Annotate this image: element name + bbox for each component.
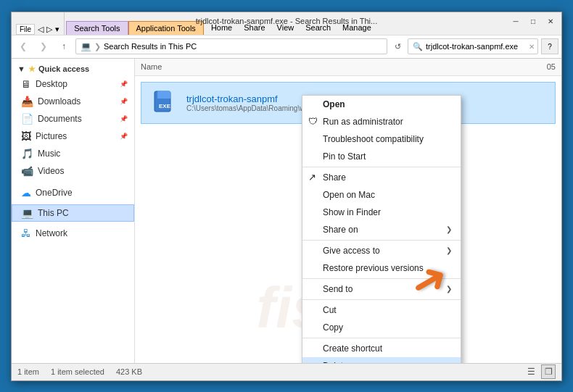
sidebar-item-videos[interactable]: 📹 Videos: [12, 162, 134, 180]
sidebar-item-onedrive[interactable]: ☁ OneDrive: [12, 184, 134, 201]
sidebar-item-downloads[interactable]: 📥 Downloads 📌: [12, 93, 134, 110]
quick-access-star-icon: ★: [28, 64, 36, 74]
documents-icon: 📄: [21, 113, 33, 125]
downloads-icon: 📥: [21, 96, 33, 107]
dropdown-icon[interactable]: ▾: [55, 25, 59, 34]
ctx-cut-label: Cut: [323, 305, 337, 315]
status-item-count: 1 item: [17, 367, 39, 376]
ctx-separator-2: [302, 240, 461, 241]
exe-file-icon: EXE: [150, 88, 179, 117]
sidebar-item-music-label: Music: [38, 149, 60, 159]
ctx-give-access-arrow: ❯: [446, 246, 452, 254]
search-icon: 🔍: [413, 42, 423, 51]
app-tools-tab[interactable]: Application Tools: [128, 21, 204, 35]
maximize-button[interactable]: □: [525, 15, 541, 28]
ctx-delete[interactable]: Delete: [302, 357, 461, 363]
ctx-separator-1: [302, 167, 461, 167]
sidebar-item-pictures[interactable]: 🖼 Pictures 📌: [12, 128, 134, 145]
back-button[interactable]: ❮: [15, 38, 32, 55]
ctx-copy-label: Copy: [323, 322, 343, 333]
sidebar-item-network[interactable]: 🖧 Network: [12, 225, 134, 242]
search-clear-icon[interactable]: ✕: [529, 43, 535, 51]
music-icon: 🎵: [21, 148, 33, 159]
sidebar-item-documents-label: Documents: [38, 114, 82, 124]
sidebar-item-network-label: Network: [36, 228, 67, 238]
sidebar-item-onedrive-label: OneDrive: [36, 188, 73, 198]
ctx-run-as-admin[interactable]: 🛡 Run as administrator: [302, 113, 461, 130]
sidebar-item-videos-label: Videos: [38, 166, 64, 176]
address-separator: ❯: [94, 42, 101, 51]
ctx-run-as-admin-label: Run as administrator: [323, 117, 403, 127]
sidebar-item-this-pc-label: This PC: [38, 208, 69, 218]
forward-button[interactable]: ❯: [35, 38, 52, 55]
up-button[interactable]: ↑: [55, 38, 73, 55]
ctx-share-on[interactable]: Share on ❯: [302, 221, 461, 238]
details-view-button[interactable]: ☰: [524, 364, 538, 379]
ctx-pin-start[interactable]: Pin to Start: [302, 148, 461, 165]
ctx-delete-label: Delete: [323, 361, 348, 363]
onedrive-icon: ☁: [21, 187, 31, 199]
svg-rect-1: [157, 91, 170, 99]
ctx-open[interactable]: Open: [302, 96, 461, 113]
file-header-name: Name: [141, 62, 162, 71]
sidebar-quick-access-header[interactable]: ▼ ★ Quick access: [12, 62, 134, 75]
ctx-create-shortcut[interactable]: Create shortcut: [302, 340, 461, 357]
search-box[interactable]: 🔍 ✕: [408, 38, 538, 54]
address-breadcrumb: Search Results in This PC: [104, 42, 197, 51]
videos-icon: 📹: [21, 165, 33, 177]
file-tab-btn[interactable]: File: [16, 24, 35, 35]
desktop-icon: 🖥: [21, 78, 31, 90]
title-bar: File ◁ ▷ ▾ Search Tools Application Tool…: [12, 12, 561, 36]
ctx-share-label: Share: [323, 172, 346, 183]
file-list-header: Name 05: [135, 59, 561, 76]
help-button[interactable]: ?: [541, 38, 558, 54]
ctx-share[interactable]: ↗ Share: [302, 169, 461, 186]
ctx-pin-start-label: Pin to Start: [323, 151, 366, 162]
ctx-show-finder[interactable]: Show in Finder: [302, 204, 461, 221]
svg-text:EXE: EXE: [159, 103, 171, 109]
sidebar-item-music[interactable]: 🎵 Music: [12, 145, 134, 162]
share-icon: ↗: [308, 172, 316, 183]
sidebar-item-pictures-label: Pictures: [36, 131, 67, 141]
search-input[interactable]: [426, 42, 526, 51]
ctx-share-on-label: Share on: [323, 225, 358, 235]
forward-icon: ▷: [46, 25, 52, 34]
ctx-open-label: Open: [323, 99, 345, 109]
pictures-icon: 🖼: [21, 130, 31, 142]
file-header-col: 05: [547, 62, 556, 71]
large-icons-view-button[interactable]: ❐: [541, 364, 556, 379]
ctx-create-shortcut-label: Create shortcut: [323, 343, 382, 354]
main-content: ▼ ★ Quick access 🖥 Desktop 📌 📥 Downloads…: [12, 59, 561, 363]
context-menu: Open 🛡 Run as administrator Troubleshoot…: [302, 95, 461, 363]
sidebar: ▼ ★ Quick access 🖥 Desktop 📌 📥 Downloads…: [12, 59, 135, 363]
refresh-button[interactable]: ↺: [390, 38, 405, 54]
minimize-button[interactable]: ─: [508, 15, 524, 28]
sidebar-item-downloads-label: Downloads: [38, 96, 81, 107]
pin-icon-pictures: 📌: [120, 133, 128, 140]
sidebar-item-documents[interactable]: 📄 Documents 📌: [12, 110, 134, 128]
admin-shield-icon: 🛡: [308, 116, 318, 127]
search-tools-tab[interactable]: Search Tools: [66, 21, 128, 35]
status-selected-count: 1 item selected: [51, 367, 104, 376]
ctx-give-access[interactable]: Give access to ❯: [302, 242, 461, 259]
window-title: trjdlcot-trokan-sanpmf.exe - Search Resu…: [196, 17, 377, 25]
sidebar-item-desktop[interactable]: 🖥 Desktop 📌: [12, 75, 134, 93]
ctx-show-finder-label: Show in Finder: [323, 207, 381, 217]
network-icon: 🖧: [21, 228, 31, 239]
ctx-open-mac[interactable]: Open on Mac: [302, 186, 461, 204]
expand-icon: ▼: [17, 64, 25, 73]
pin-icon-documents: 📌: [120, 115, 128, 122]
close-button[interactable]: ✕: [543, 15, 558, 28]
pin-icon: 📌: [120, 80, 128, 88]
ctx-copy[interactable]: Copy: [302, 319, 461, 336]
ctx-troubleshoot[interactable]: Troubleshoot compatibility: [302, 130, 461, 148]
address-bar: ❮ ❯ ↑ 💻 ❯ Search Results in This PC ↺ 🔍 …: [12, 36, 561, 59]
address-box[interactable]: 💻 ❯ Search Results in This PC: [75, 38, 387, 54]
sidebar-item-this-pc[interactable]: 💻 This PC: [12, 204, 134, 222]
ctx-open-mac-label: Open on Mac: [323, 190, 375, 200]
status-size: 423 KB: [116, 367, 142, 376]
sidebar-item-desktop-label: Desktop: [36, 79, 67, 89]
this-pc-icon: 💻: [21, 207, 33, 219]
ctx-send-to-label: Send to: [323, 284, 353, 294]
ctx-give-access-label: Give access to: [323, 246, 380, 256]
